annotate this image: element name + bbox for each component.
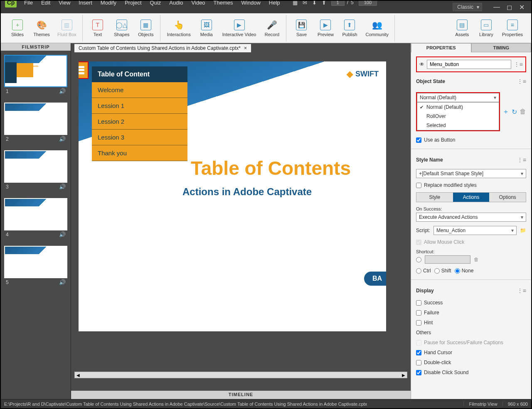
state-option-rollover[interactable]: RollOver [417,112,499,121]
section-menu-icon[interactable]: ⋮≡ [517,157,526,163]
hand-cursor-checkbox[interactable] [416,350,421,355]
publish-button[interactable]: ⬆Publish [338,18,361,39]
subtab-options[interactable]: Options [489,193,526,202]
use-as-button-checkbox[interactable] [416,137,421,143]
menu-file[interactable]: File [20,0,37,7]
reset-state-icon[interactable]: ↻ [512,108,517,116]
menu-window[interactable]: Window [237,0,265,7]
display-label: Display [416,288,434,294]
properties-panel: PROPERTIES TIMING 👁 ⋮≡ Object State ⋮≡ N… [411,43,531,399]
app-logo: Cp [5,0,17,7]
success-checkbox[interactable] [416,300,421,306]
failure-checkbox[interactable] [416,310,421,316]
menu-modify[interactable]: Modify [96,0,121,7]
interactions-button[interactable]: 👆Interactions [164,18,194,39]
script-dropdown[interactable]: Menu_Action [433,226,517,235]
workspace-selector[interactable]: Classic [453,3,482,11]
shapes-button[interactable]: ◯△Shapes [110,18,133,39]
status-view: Filmstrip View [463,402,497,407]
object-name-input[interactable] [427,60,511,69]
slide-thumb-1[interactable]: Table of Contents 1🔊 [4,55,67,94]
properties-button[interactable]: ≡Properties [499,18,526,39]
mail-icon[interactable]: ✉ [303,0,307,6]
visibility-icon[interactable]: 👁 [419,61,424,67]
interactive-video-button[interactable]: ▶Interactive Video [219,18,260,39]
folder-icon[interactable]: 📁 [520,228,526,233]
slides-button[interactable]: +Slides [6,18,29,39]
delete-state-icon[interactable]: 🗑 [520,108,526,115]
themes-button[interactable]: 🎨Themes [30,18,53,39]
state-option-normal[interactable]: ✔Normal (Default) [417,103,499,112]
menu-icon[interactable]: ⋮≡ [514,61,523,68]
style-name-dropdown[interactable]: +[Default Smart Shape Style] [416,169,526,178]
audio-icon: 🔊 [59,231,66,238]
audio-icon: 🔊 [59,136,66,142]
tab-timing[interactable]: TIMING [471,43,532,52]
menu-button-object[interactable] [79,61,89,79]
audio-icon: 🔊 [59,184,66,190]
assets-button[interactable]: ▤Assets [451,18,474,39]
toc-item[interactable]: Lession 1 [92,98,187,114]
menu-audio[interactable]: Audio [165,0,187,7]
upload-icon[interactable]: ⬆ [322,0,326,6]
save-button[interactable]: 💾Save [290,18,313,39]
slide-thumb-2[interactable]: 2🔊 [4,103,67,142]
toc-item[interactable]: Welcome [92,82,187,98]
layout-icon[interactable]: ▦ [293,0,298,6]
download-icon[interactable]: ⬇ [312,0,317,6]
ctrl-radio[interactable] [416,268,421,274]
menu-video[interactable]: Video [187,0,209,7]
menu-edit[interactable]: Edit [37,0,54,7]
zoom-indicator[interactable]: 100 [359,0,377,6]
library-button[interactable]: ▭Library [475,18,498,39]
hint-checkbox[interactable] [416,320,421,326]
toc-panel: Table of Content Welcome Lession 1 Lessi… [92,66,187,161]
state-option-selected[interactable]: Selected [417,121,499,130]
window-maximize[interactable]: ◻ [503,3,515,11]
disable-click-sound-checkbox[interactable] [416,370,421,375]
horizontal-scrollbar[interactable]: ◀▶ [74,372,407,378]
shortcut-input[interactable] [425,255,470,264]
shift-radio[interactable] [434,268,440,274]
toc-item[interactable]: Lession 2 [92,114,187,130]
menu-quiz[interactable]: Quiz [146,0,165,7]
subtab-actions[interactable]: Actions [453,193,490,202]
menu-help[interactable]: Help [265,0,284,7]
add-state-icon[interactable]: ＋ [502,108,509,116]
objects-button[interactable]: ▦Objects [134,18,158,39]
file-tab[interactable]: Custom Table of Contents Using Shared Ac… [74,44,251,52]
toc-item[interactable]: Thank you [92,145,187,161]
slide-thumb-5[interactable]: 5🔊 [4,246,67,285]
back-button[interactable]: BA [364,272,386,286]
window-close[interactable]: ✕ [515,3,528,11]
section-menu-icon[interactable]: ⋮≡ [517,78,526,85]
clear-shortcut-icon[interactable]: 🗑 [474,257,479,262]
timeline-panel-header[interactable]: TIMELINE [71,391,411,399]
menu-view[interactable]: View [54,0,74,7]
menu-themes[interactable]: Themes [209,0,237,7]
none-radio[interactable] [455,268,460,274]
text-button[interactable]: TText [86,18,109,39]
subtab-style[interactable]: Style [416,193,453,202]
close-tab-icon[interactable]: × [244,45,247,51]
slide-thumb-3[interactable]: 3🔊 [4,150,67,190]
toc-item[interactable]: Lession 3 [92,130,187,145]
menu-project[interactable]: Project [121,0,145,7]
media-button[interactable]: 🖼Media [195,18,218,39]
record-button[interactable]: 🎤Record [260,18,283,39]
shortcut-radio[interactable] [416,257,421,262]
slide-canvas[interactable]: ◆SWIFT Table of Content Welcome Lession … [79,61,386,331]
on-success-dropdown[interactable]: Execute Advanced Actions [416,213,526,222]
slide-thumb-4[interactable]: 4🔊 [4,198,67,238]
double-click-checkbox[interactable] [416,360,421,365]
window-minimize[interactable]: — [490,3,503,11]
replace-styles-checkbox[interactable] [416,183,421,188]
current-page[interactable]: 1 [331,0,345,6]
section-menu-icon[interactable]: ⋮≡ [517,287,526,294]
preview-button[interactable]: ▶Preview [314,18,337,39]
state-dropdown[interactable]: Normal (Default) [417,93,499,102]
allow-mouse-click-checkbox [416,240,421,245]
community-button[interactable]: 👥Community [362,18,392,39]
menu-insert[interactable]: Insert [74,0,96,7]
tab-properties[interactable]: PROPERTIES [411,43,471,52]
